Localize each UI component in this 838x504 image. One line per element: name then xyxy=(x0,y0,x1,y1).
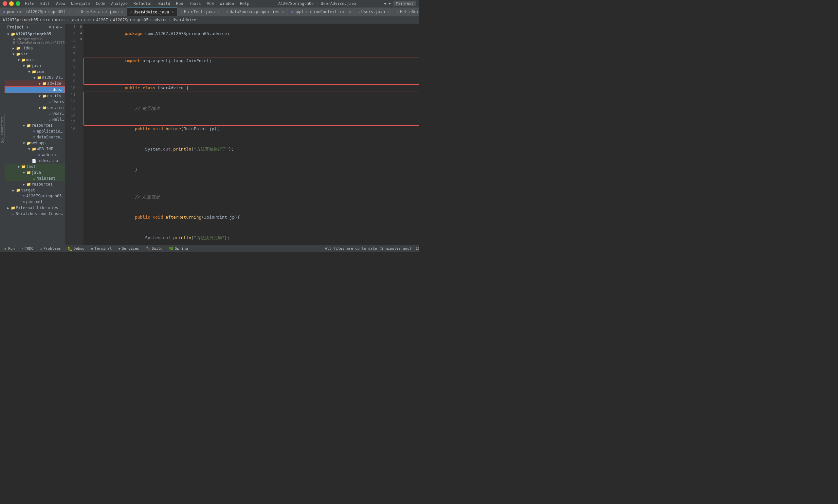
tree-scratches[interactable]: ✏ Scratches and Consoles xyxy=(4,211,65,217)
tree-iml[interactable]: ≋ A1207Springch05.iml xyxy=(4,193,65,199)
tab-pomxml[interactable]: m pom.xml (A1207Springch05) × xyxy=(0,7,74,16)
tree-helloservlet[interactable]: ☕ HelloServlet xyxy=(4,116,65,122)
tree-indexjsp[interactable]: 📄 index.jsp xyxy=(4,158,65,164)
tree-target[interactable]: ▶ 📁 target xyxy=(4,187,65,193)
build-icon: 🔨 xyxy=(146,247,150,251)
menu-refactor[interactable]: Refactor xyxy=(132,1,154,6)
spring-btn[interactable]: 🌿 Spring xyxy=(167,246,190,251)
project-icon-4[interactable]: − xyxy=(60,25,62,30)
menu-file[interactable]: File xyxy=(23,1,36,6)
tree-webxml[interactable]: ≋ web.xml xyxy=(4,152,65,158)
tab-maintest-close[interactable]: × xyxy=(217,10,219,14)
run-config-selector[interactable]: MainTest xyxy=(393,1,416,6)
bc-a1207[interactable]: A1207 xyxy=(96,18,108,22)
tree-a1207[interactable]: ▼ 📁 A1207.A1207Springch05 xyxy=(4,75,65,80)
tab-useradvice-close[interactable]: × xyxy=(172,10,174,14)
position-indicator[interactable]: 16:1 xyxy=(415,247,419,251)
tree-main[interactable]: ▼ 📁 main xyxy=(4,57,65,63)
close-btn[interactable] xyxy=(3,1,7,6)
debug-btn-bottom[interactable]: 🐛 Debug xyxy=(66,246,86,252)
tree-idea-label: .idea xyxy=(21,46,65,50)
run-btn-bottom[interactable]: ▶ Run xyxy=(3,246,17,252)
tree-service[interactable]: ▼ 📁 service xyxy=(4,105,65,111)
menu-help[interactable]: Help xyxy=(239,1,251,6)
tree-userservice[interactable]: ☕ UserService xyxy=(4,111,65,116)
tree-testjava[interactable]: ▼ 📁 java xyxy=(4,169,65,176)
terminal-btn[interactable]: ▣ Terminal xyxy=(89,246,114,251)
tree-webapp[interactable]: ▼ 📁 webapp xyxy=(4,140,65,146)
tree-com[interactable]: ▼ 📁 com xyxy=(4,69,65,75)
menu-vcs[interactable]: VCS xyxy=(206,1,215,6)
minimize-btn[interactable] xyxy=(9,1,14,6)
project-icon-3[interactable]: ⚙ xyxy=(56,25,58,30)
tree-entity[interactable]: ▼ 📁 entity xyxy=(4,93,65,99)
gutter-7[interactable]: ⊖ xyxy=(78,23,84,30)
bc-com[interactable]: com xyxy=(84,18,91,22)
tree-appctx[interactable]: ≋ applicationContext.xml xyxy=(4,128,65,134)
tab-useradvice[interactable]: ☕ UserAdvice.java × xyxy=(127,7,177,16)
menu-view[interactable]: View xyxy=(54,1,67,6)
bc-src[interactable]: src xyxy=(43,18,50,22)
build-btn[interactable]: 🔨 Build xyxy=(144,246,164,251)
tab-userservice-close[interactable]: × xyxy=(122,10,123,14)
problems-btn[interactable]: ⚠ Problems xyxy=(38,246,63,251)
tree-idea[interactable]: ▶ 📁 .idea xyxy=(4,45,65,51)
bc-useradvice[interactable]: UserAdvice xyxy=(173,18,196,22)
tree-datasource[interactable]: ⚙ dataSource.properties xyxy=(4,134,65,140)
menu-run[interactable]: Run xyxy=(175,1,185,6)
favorites-label[interactable]: Favorites xyxy=(0,114,4,138)
tree-pom[interactable]: m pom.xml xyxy=(4,199,65,205)
menu-edit[interactable]: Edit xyxy=(39,1,51,6)
bc-java[interactable]: java xyxy=(70,18,79,22)
tab-helloservlet[interactable]: ☕ HelloServlet.java × xyxy=(393,7,419,16)
services-btn[interactable]: ◈ Services xyxy=(117,246,141,251)
tree-testresources[interactable]: ▶ 📁 resources xyxy=(4,181,65,187)
favorites-panel[interactable]: Favorites xyxy=(0,114,4,138)
nav-forward-icon[interactable]: ▶ xyxy=(389,1,391,5)
tab-pomxml-close[interactable]: × xyxy=(68,10,70,14)
gutter-14[interactable]: ⊖ xyxy=(78,36,84,42)
tab-datasource-close[interactable]: × xyxy=(282,10,284,14)
menu-code[interactable]: Code xyxy=(95,1,107,6)
menu-navigate[interactable]: Navigate xyxy=(70,1,91,6)
code-content[interactable]: package com.A1207.A1207Springch05.advice… xyxy=(84,23,419,245)
tab-users[interactable]: ☕ Users.java × xyxy=(355,7,393,16)
project-icon-1[interactable]: ≡ xyxy=(49,25,51,30)
maximize-btn[interactable] xyxy=(16,1,20,6)
nav-back-icon[interactable]: ◀ xyxy=(384,1,386,5)
tree-src[interactable]: ▼ 📁 src xyxy=(4,51,65,57)
bc-advice[interactable]: advice xyxy=(154,18,167,22)
gutter-12[interactable]: ⊖ xyxy=(78,30,84,36)
tree-useradvice[interactable]: ☕ UserAdvice xyxy=(4,86,65,93)
tree-extlib[interactable]: ▶ 📁 External Libraries xyxy=(4,205,65,211)
code-editor[interactable]: 1 2 3 4 5 6 7 8 9 10 11 12 13 14 xyxy=(65,23,419,245)
tab-users-close[interactable]: × xyxy=(388,10,390,14)
project-icon-2[interactable]: ↕ xyxy=(52,25,55,30)
tab-maintest[interactable]: ☕ MainTest.java × xyxy=(177,7,223,16)
tab-appctx[interactable]: ≋ applicationContext.xml × xyxy=(288,7,355,16)
todo-btn[interactable]: ✓ TODO xyxy=(19,246,35,251)
tab-useradvice-label: UserAdvice.java xyxy=(133,10,169,14)
bc-springch05[interactable]: A1207Springch05 xyxy=(113,18,148,22)
menu-tools[interactable]: Tools xyxy=(188,1,202,6)
menu-analyze[interactable]: Analyze xyxy=(110,1,129,6)
tree-resources[interactable]: ▼ 📁 resources xyxy=(4,122,65,128)
tree-maintest[interactable]: ☕ MainTest xyxy=(4,176,65,181)
tree-root[interactable]: ▼ 📁 A1207Springch05 xyxy=(4,31,65,37)
tree-java[interactable]: ▼ 📁 java xyxy=(4,63,65,69)
run-btn[interactable]: ▶ xyxy=(419,1,419,6)
tab-userservice[interactable]: ☕ UserService.java × xyxy=(74,7,127,16)
tree-users[interactable]: ☕ Users xyxy=(4,99,65,105)
menu-window[interactable]: Window xyxy=(218,1,235,6)
tab-appctx-close[interactable]: × xyxy=(349,10,351,14)
tab-users-label: Users.java xyxy=(361,10,385,14)
tab-datasource[interactable]: ⚙ dataSource.properties × xyxy=(223,7,287,16)
bc-main[interactable]: main xyxy=(55,18,65,22)
tree-entity-icon: 📁 xyxy=(42,94,47,98)
tree-advice[interactable]: ▼ 📁 advice xyxy=(4,80,65,86)
bc-project[interactable]: A1207Springch05 xyxy=(3,18,38,22)
tree-webinf[interactable]: ▼ 📁 WEB-INF xyxy=(4,146,65,152)
tree-main-arrow: ▼ xyxy=(16,58,21,62)
menu-build[interactable]: Build xyxy=(157,1,172,6)
tree-test[interactable]: ▼ 📁 test xyxy=(4,164,65,169)
